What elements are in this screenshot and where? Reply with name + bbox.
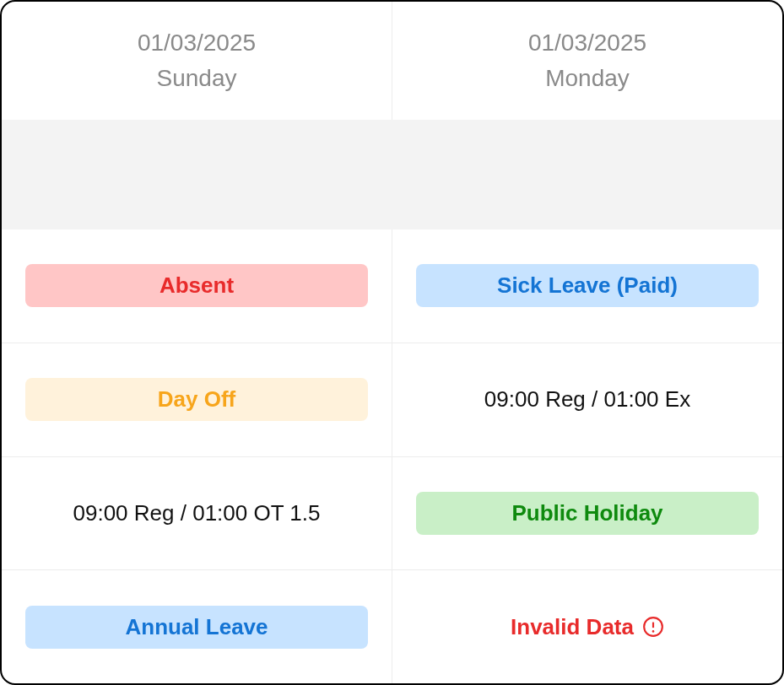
calendar-header-sunday: 01/03/2025 Sunday — [2, 2, 392, 120]
calendar-cell[interactable]: Invalid Data — [392, 570, 782, 683]
time-entry-text: 09:00 Reg / 01:00 OT 1.5 — [73, 500, 321, 526]
status-badge-annual-leave: Annual Leave — [25, 606, 368, 649]
warning-icon — [642, 616, 664, 638]
calendar-row: 09:00 Reg / 01:00 OT 1.5 Public Holiday — [2, 456, 782, 570]
svg-point-2 — [652, 630, 655, 633]
calendar-cell[interactable]: Day Off — [2, 343, 392, 456]
header-date: 01/03/2025 — [138, 25, 256, 61]
status-badge-day-off: Day Off — [25, 378, 368, 421]
calendar-cell[interactable]: Sick Leave (Paid) — [392, 229, 782, 342]
header-day: Sunday — [157, 61, 237, 96]
calendar-cell[interactable]: Absent — [2, 229, 392, 342]
spacer-cell — [2, 120, 782, 229]
invalid-data-indicator: Invalid Data — [511, 614, 664, 640]
calendar-spacer-row — [2, 120, 782, 229]
calendar-cell[interactable]: 09:00 Reg / 01:00 Ex — [392, 343, 782, 456]
calendar-cell[interactable]: Annual Leave — [2, 570, 392, 683]
time-entry-text: 09:00 Reg / 01:00 Ex — [484, 386, 690, 413]
calendar-row: Absent Sick Leave (Paid) — [2, 229, 782, 342]
status-badge-absent: Absent — [25, 264, 368, 307]
calendar-cell[interactable]: 09:00 Reg / 01:00 OT 1.5 — [2, 457, 392, 570]
calendar-cell[interactable]: Public Holiday — [392, 457, 782, 570]
attendance-calendar: 01/03/2025 Sunday 01/03/2025 Monday Abse… — [0, 0, 784, 685]
invalid-data-label: Invalid Data — [511, 614, 634, 640]
calendar-body: Absent Sick Leave (Paid) Day Off 09:00 R… — [2, 229, 782, 683]
calendar-header-row: 01/03/2025 Sunday 01/03/2025 Monday — [2, 2, 782, 120]
status-badge-sick-leave: Sick Leave (Paid) — [416, 264, 759, 307]
header-date: 01/03/2025 — [528, 25, 646, 61]
calendar-row: Day Off 09:00 Reg / 01:00 Ex — [2, 342, 782, 456]
calendar-row: Annual Leave Invalid Data — [2, 569, 782, 683]
calendar-header-monday: 01/03/2025 Monday — [392, 2, 782, 120]
header-day: Monday — [545, 61, 630, 96]
status-badge-public-holiday: Public Holiday — [416, 492, 759, 535]
